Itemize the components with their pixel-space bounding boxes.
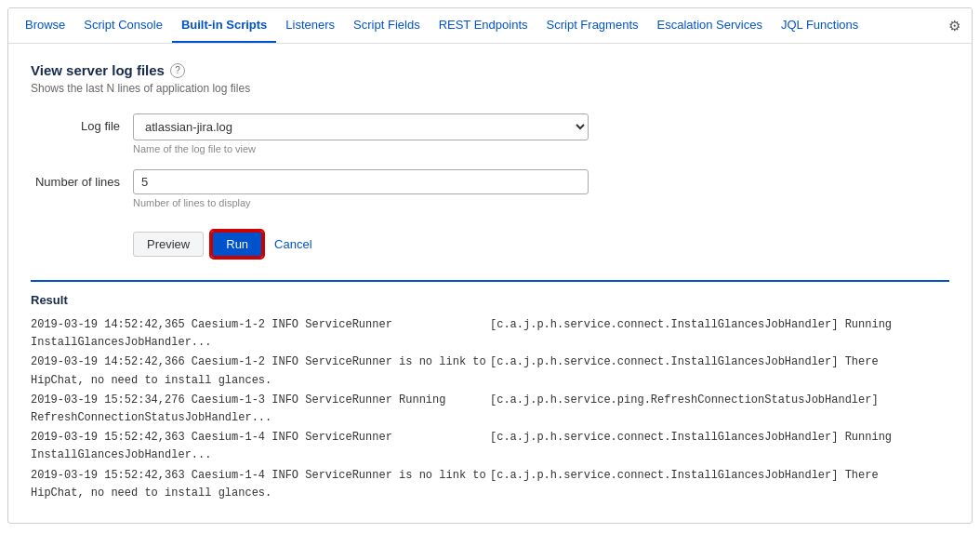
cancel-button[interactable]: Cancel (271, 233, 315, 256)
result-col-left: 2019-03-19 15:52:34,276 Caesium-1-3 INFO… (31, 392, 490, 427)
result-col-right: [c.a.j.p.h.service.connect.InstallGlance… (490, 353, 949, 389)
result-col-left: 2019-03-19 14:52:42,366 Caesium-1-2 INFO… (31, 353, 490, 389)
nav-tab-jql-functions[interactable]: JQL Functions (772, 8, 867, 43)
log-file-field-col: atlassian-jira.log Name of the log file … (133, 113, 589, 154)
table-row: 2019-03-19 15:52:42,363 Caesium-1-4 INFO… (31, 429, 949, 464)
result-label: Result (31, 293, 949, 307)
nav-tab-built-in-scripts[interactable]: Built-in Scripts (172, 8, 276, 43)
form-area: Log file atlassian-jira.log Name of the … (31, 113, 589, 208)
nav-tab-rest-endpoints[interactable]: REST Endpoints (430, 8, 537, 43)
nav-bar: BrowseScript ConsoleBuilt-in ScriptsList… (8, 8, 972, 44)
page-title: View server log files (31, 62, 165, 78)
result-col-right: [c.a.j.p.h.service.connect.InstallGlance… (490, 316, 949, 352)
result-col-left: 2019-03-19 15:52:42,363 Caesium-1-4 INFO… (31, 429, 490, 464)
result-table: 2019-03-19 14:52:42,365 Caesium-1-2 INFO… (31, 316, 949, 502)
num-lines-field-col: Number of lines to display (133, 169, 589, 208)
result-col-right: [c.a.j.p.h.service.ping.RefreshConnectio… (490, 392, 949, 427)
nav-tab-escalation-services[interactable]: Escalation Services (648, 8, 772, 43)
nav-tab-script-fragments[interactable]: Script Fragments (537, 8, 648, 43)
log-file-select[interactable]: atlassian-jira.log (133, 113, 589, 140)
nav-tab-script-fields[interactable]: Script Fields (344, 8, 430, 43)
page-title-row: View server log files ? (31, 62, 949, 78)
run-button[interactable]: Run (211, 231, 263, 258)
result-col-left: 2019-03-19 15:52:42,363 Caesium-1-4 INFO… (31, 467, 490, 502)
table-row: 2019-03-19 15:52:42,363 Caesium-1-4 INFO… (31, 467, 949, 502)
buttons-row: Preview Run Cancel (133, 231, 949, 258)
preview-button[interactable]: Preview (133, 232, 204, 257)
table-row: 2019-03-19 14:52:42,366 Caesium-1-2 INFO… (31, 353, 949, 389)
table-row: 2019-03-19 15:52:34,276 Caesium-1-3 INFO… (31, 392, 949, 427)
result-col-left: 2019-03-19 14:52:42,365 Caesium-1-2 INFO… (31, 316, 490, 352)
log-file-row: Log file atlassian-jira.log Name of the … (31, 113, 589, 154)
nav-tab-browse[interactable]: Browse (16, 8, 74, 43)
log-file-hint: Name of the log file to view (133, 143, 589, 154)
num-lines-row: Number of lines Number of lines to displ… (31, 169, 589, 208)
num-lines-input[interactable] (133, 169, 589, 194)
num-lines-label: Number of lines (31, 169, 133, 189)
num-lines-hint: Number of lines to display (133, 197, 589, 208)
page-subtitle: Shows the last N lines of application lo… (31, 82, 949, 95)
result-section: Result 2019-03-19 14:52:42,365 Caesium-1… (31, 280, 949, 502)
log-file-label: Log file (31, 113, 133, 133)
nav-tab-script-console[interactable]: Script Console (74, 8, 172, 43)
result-col-right: [c.a.j.p.h.service.connect.InstallGlance… (490, 467, 949, 502)
gear-icon[interactable]: ⚙ (945, 10, 964, 42)
table-row: 2019-03-19 14:52:42,365 Caesium-1-2 INFO… (31, 316, 949, 352)
nav-tab-listeners[interactable]: Listeners (276, 8, 344, 43)
main-content: View server log files ? Shows the last N… (8, 44, 972, 523)
help-icon[interactable]: ? (170, 63, 185, 78)
result-col-right: [c.a.j.p.h.service.connect.InstallGlance… (490, 429, 949, 464)
